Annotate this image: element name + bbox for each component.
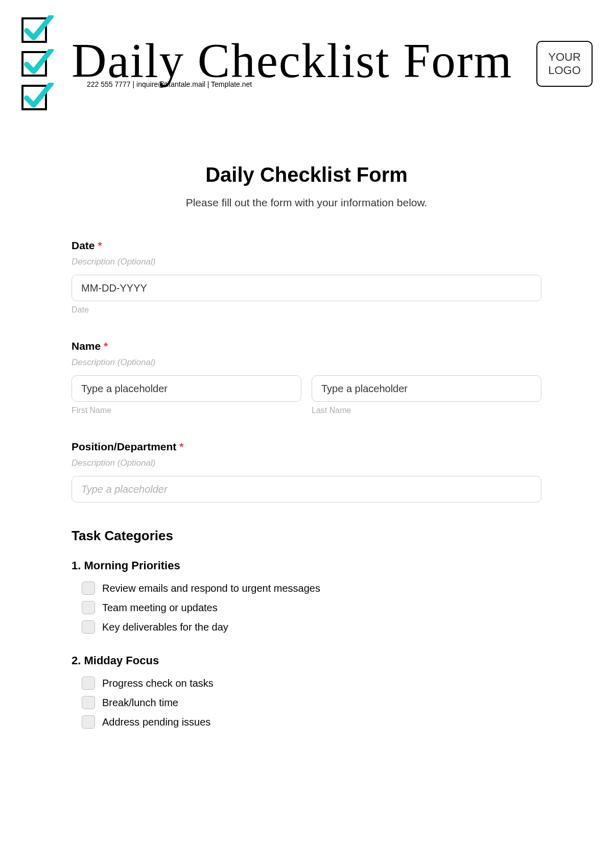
category-2: 2. Midday Focus Progress check on tasks … — [72, 654, 541, 729]
category-1: 1. Morning Priorities Review emails and … — [72, 559, 541, 634]
checkmark-icon — [20, 83, 56, 112]
check-text: Team meeting or updates — [102, 602, 218, 614]
category-1-list: Review emails and respond to urgent mess… — [72, 582, 541, 634]
list-item: Review emails and respond to urgent mess… — [82, 582, 541, 595]
category-2-title: 2. Midday Focus — [72, 654, 541, 667]
date-description: Description (Optional) — [72, 257, 541, 267]
task-categories-heading: Task Categories — [72, 528, 541, 544]
name-field-group: Name * Description (Optional) First Name… — [72, 340, 541, 415]
position-label: Position/Department * — [72, 441, 541, 453]
checkbox[interactable] — [82, 715, 95, 729]
form-title: Daily Checklist Form — [72, 163, 541, 186]
check-text: Key deliverables for the day — [102, 621, 228, 633]
list-item: Key deliverables for the day — [82, 620, 541, 634]
decorative-check-icons — [20, 15, 56, 112]
last-name-input[interactable] — [312, 375, 541, 402]
checkmark-icon — [20, 15, 56, 45]
name-description: Description (Optional) — [72, 357, 541, 368]
required-mark: * — [179, 441, 183, 452]
name-label: Name * — [72, 340, 541, 352]
date-input[interactable] — [72, 275, 541, 301]
logo-placeholder: YOUR LOGO — [536, 41, 593, 87]
checkbox[interactable] — [82, 696, 95, 709]
checkbox[interactable] — [82, 677, 95, 690]
last-name-col: Last Name — [312, 375, 541, 415]
name-row: First Name Last Name — [72, 375, 541, 415]
check-text: Review emails and respond to urgent mess… — [102, 583, 320, 594]
checkbox[interactable] — [82, 582, 95, 595]
first-name-sublabel: First Name — [72, 406, 301, 415]
date-sublabel: Date — [72, 305, 541, 315]
name-label-text: Name — [72, 340, 101, 352]
check-text: Progress check on tasks — [102, 678, 214, 689]
first-name-col: First Name — [72, 375, 301, 415]
header: Daily Checklist Form 222 555 7777 | inqu… — [20, 15, 593, 112]
position-description: Description (Optional) — [72, 458, 541, 468]
required-mark: * — [104, 340, 108, 352]
list-item: Progress check on tasks — [82, 677, 541, 690]
list-item: Break/lunch time — [82, 696, 541, 709]
required-mark: * — [98, 239, 102, 251]
position-label-text: Position/Department — [72, 441, 176, 452]
list-item: Team meeting or updates — [82, 601, 541, 614]
form-container: Daily Checklist Form Please fill out the… — [61, 163, 552, 729]
category-1-title: 1. Morning Priorities — [72, 559, 541, 572]
checkbox[interactable] — [82, 620, 95, 634]
date-field-group: Date * Description (Optional) Date — [72, 239, 541, 315]
position-field-group: Position/Department * Description (Optio… — [72, 441, 541, 502]
check-text: Address pending issues — [102, 716, 210, 728]
date-label-text: Date — [72, 239, 95, 251]
title-area: Daily Checklist Form 222 555 7777 | inqu… — [72, 39, 521, 89]
last-name-sublabel: Last Name — [312, 406, 541, 415]
checkmark-icon — [20, 49, 56, 79]
category-2-list: Progress check on tasks Break/lunch time… — [72, 677, 541, 729]
position-input[interactable] — [72, 476, 541, 502]
check-text: Break/lunch time — [102, 697, 178, 709]
script-title: Daily Checklist Form — [72, 39, 521, 83]
date-label: Date * — [72, 239, 541, 252]
form-subtitle: Please fill out the form with your infor… — [72, 197, 541, 209]
list-item: Address pending issues — [82, 715, 541, 729]
checkbox[interactable] — [82, 601, 95, 614]
first-name-input[interactable] — [72, 375, 301, 402]
